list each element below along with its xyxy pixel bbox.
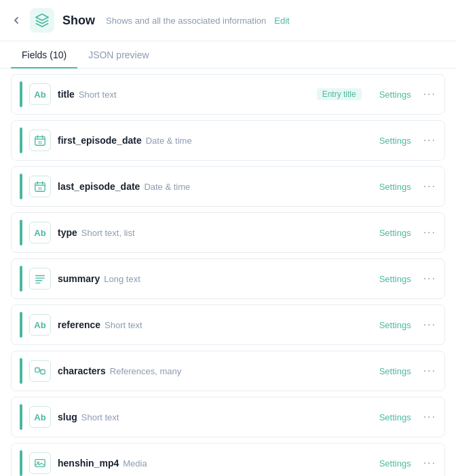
field-row: AbtypeShort text, listSettings··· [11, 212, 445, 253]
settings-button-summary[interactable]: Settings [379, 274, 411, 284]
more-button-last_episode_date[interactable]: ··· [423, 180, 436, 193]
field-info-type: typeShort text, list [58, 227, 373, 238]
edit-link[interactable]: Edit [274, 16, 289, 26]
field-type-characters: References, many [110, 366, 182, 376]
field-name-slug: slug [58, 412, 77, 422]
field-type-summary: Long text [104, 274, 140, 284]
field-accent [20, 358, 22, 384]
field-info-last_episode_date: last_episode_dateDate & time [58, 181, 373, 192]
field-accent [20, 220, 22, 245]
field-row: 31 last_episode_dateDate & timeSettings·… [11, 166, 445, 207]
field-type-reference: Short text [104, 320, 142, 330]
field-accent [20, 174, 22, 199]
field-icon-characters [29, 360, 51, 382]
settings-button-first_episode_date[interactable]: Settings [379, 136, 411, 146]
more-button-characters[interactable]: ··· [423, 365, 436, 377]
more-button-type[interactable]: ··· [423, 226, 436, 239]
app-title: Show [62, 14, 95, 28]
field-badge-title: Entry title [317, 88, 362, 100]
tab-fields[interactable]: Fields (10) [11, 41, 77, 68]
field-type-last_episode_date: Date & time [144, 182, 190, 192]
field-name-summary: summary [58, 273, 100, 284]
settings-button-henshin_mp4[interactable]: Settings [379, 458, 411, 469]
field-icon-summary [29, 268, 51, 290]
field-accent [20, 266, 22, 292]
more-button-reference[interactable]: ··· [423, 319, 436, 331]
field-info-title: titleShort text [58, 89, 310, 100]
field-info-first_episode_date: first_episode_dateDate & time [58, 135, 373, 146]
svg-rect-4 [35, 368, 39, 372]
field-type-henshin_mp4: Media [123, 458, 147, 469]
more-button-first_episode_date[interactable]: ··· [423, 134, 436, 146]
more-button-slug[interactable]: ··· [423, 411, 436, 423]
field-name-henshin_mp4: henshin_mp4 [58, 458, 119, 469]
fields-list: AbtitleShort textEntry titleSettings··· … [0, 68, 456, 476]
app-icon [30, 8, 54, 33]
settings-button-last_episode_date[interactable]: Settings [379, 182, 411, 192]
field-name-title: title [58, 89, 75, 100]
settings-button-type[interactable]: Settings [379, 228, 411, 238]
top-bar: Show Shows and all the associated inform… [0, 0, 456, 41]
more-button-henshin_mp4[interactable]: ··· [423, 457, 436, 469]
field-row: charactersReferences, manySettings··· [11, 351, 445, 391]
field-info-slug: slugShort text [58, 412, 373, 422]
field-type-slug: Short text [81, 412, 119, 422]
field-accent [20, 450, 22, 476]
field-icon-type: Ab [29, 222, 51, 243]
field-name-first_episode_date: first_episode_date [58, 135, 142, 146]
field-accent [20, 81, 22, 107]
field-icon-last_episode_date: 31 [29, 176, 51, 197]
more-button-summary[interactable]: ··· [423, 273, 436, 285]
field-row: summaryLong textSettings··· [11, 258, 445, 299]
field-accent [20, 404, 22, 430]
field-info-characters: charactersReferences, many [58, 365, 373, 376]
svg-rect-5 [41, 370, 45, 374]
more-button-title[interactable]: ··· [423, 88, 436, 100]
back-button[interactable] [11, 15, 22, 26]
field-name-last_episode_date: last_episode_date [58, 181, 140, 192]
field-row: henshin_mp4MediaSettings··· [11, 443, 445, 476]
field-type-first_episode_date: Date & time [146, 136, 192, 146]
field-name-characters: characters [58, 365, 106, 376]
settings-button-reference[interactable]: Settings [379, 320, 411, 330]
settings-button-slug[interactable]: Settings [379, 412, 411, 422]
tabs-bar: Fields (10) JSON preview [0, 41, 456, 68]
field-accent [20, 127, 22, 153]
field-name-type: type [58, 227, 77, 238]
settings-button-title[interactable]: Settings [379, 90, 411, 100]
field-info-summary: summaryLong text [58, 273, 373, 284]
field-icon-slug: Ab [29, 406, 51, 428]
settings-button-characters[interactable]: Settings [379, 366, 411, 376]
field-icon-henshin_mp4 [29, 452, 51, 474]
app-description: Shows and all the associated information [106, 16, 266, 26]
field-row: AbslugShort textSettings··· [11, 397, 445, 437]
field-accent [20, 312, 22, 338]
field-icon-reference: Ab [29, 314, 51, 336]
field-row: AbreferenceShort textSettings··· [11, 304, 445, 345]
field-row: 31 first_episode_dateDate & timeSettings… [11, 120, 445, 161]
svg-text:31: 31 [38, 140, 42, 144]
svg-rect-6 [35, 460, 45, 467]
field-type-type: Short text, list [81, 228, 135, 238]
field-icon-title: Ab [29, 83, 51, 105]
field-row: AbtitleShort textEntry titleSettings··· [11, 74, 445, 115]
field-type-title: Short text [79, 90, 117, 100]
field-icon-first_episode_date: 31 [29, 130, 51, 151]
svg-point-7 [37, 462, 39, 464]
svg-text:31: 31 [38, 186, 42, 191]
field-info-henshin_mp4: henshin_mp4Media [58, 458, 373, 469]
field-name-reference: reference [58, 319, 100, 330]
tab-json-preview[interactable]: JSON preview [77, 41, 159, 68]
field-info-reference: referenceShort text [58, 319, 373, 330]
